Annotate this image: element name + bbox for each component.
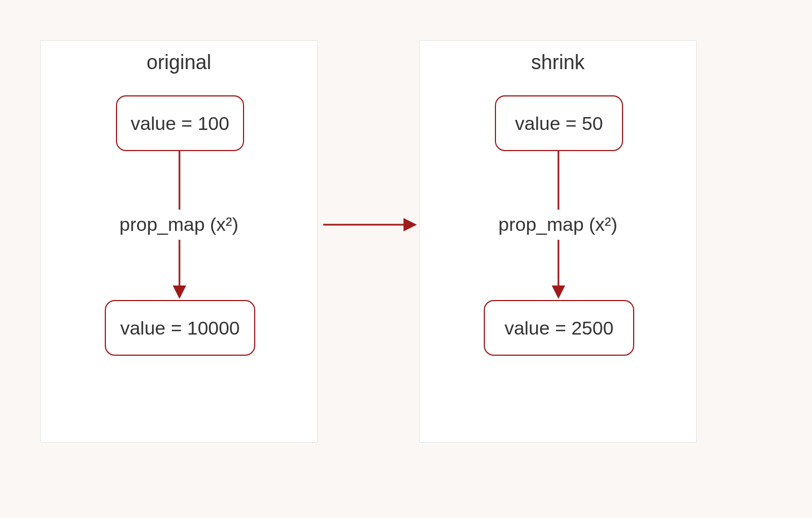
shrink-value-bottom: value = 2500 xyxy=(484,300,634,356)
panel-shrink: shrink value = 50 prop_map (x²) value = … xyxy=(419,40,697,443)
panel-original: original value = 100 prop_map (x²) value… xyxy=(40,40,318,443)
shrink-map-label: prop_map (x²) xyxy=(420,214,696,235)
shrink-value-top: value = 50 xyxy=(495,95,623,151)
original-value-bottom-text: value = 10000 xyxy=(120,317,240,339)
panel-original-title: original xyxy=(41,51,317,74)
original-map-label: prop_map (x²) xyxy=(41,214,317,235)
original-value-bottom: value = 10000 xyxy=(105,300,255,356)
shrink-value-top-text: value = 50 xyxy=(515,113,603,134)
original-value-top: value = 100 xyxy=(116,95,244,151)
diagram-canvas: original value = 100 prop_map (x²) value… xyxy=(0,0,812,518)
shrink-value-bottom-text: value = 2500 xyxy=(504,317,614,339)
original-value-top-text: value = 100 xyxy=(131,113,230,134)
panel-shrink-title: shrink xyxy=(420,51,696,74)
